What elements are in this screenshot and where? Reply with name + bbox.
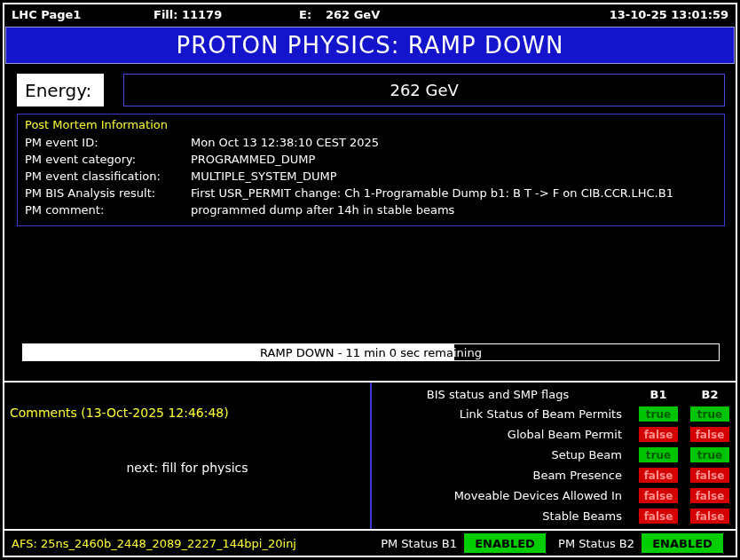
top-status-bar: LHC Page1 Fill: 11179 E: 262 GeV 13-10-2… bbox=[4, 4, 736, 27]
afs-scheme: AFS: 25ns_2460b_2448_2089_2227_144bpi_20… bbox=[12, 537, 296, 550]
mode-banner: PROTON PHYSICS: RAMP DOWN bbox=[5, 27, 735, 64]
bis-badge: false bbox=[639, 427, 678, 442]
bottom-section: Comments (13-Oct-2025 12:46:48) next: fi… bbox=[4, 381, 736, 529]
app-title: LHC Page1 bbox=[12, 8, 81, 21]
bis-badge: false bbox=[639, 509, 678, 524]
bis-row-label: Setup Beam bbox=[372, 448, 633, 461]
energy-value: 262 GeV bbox=[123, 74, 725, 106]
pm-row-value: programmed dump after 14h in stable beam… bbox=[191, 201, 717, 218]
bis-badge: false bbox=[690, 488, 729, 503]
pm-status-b2-value: ENABLED bbox=[642, 533, 723, 553]
bis-smp-panel: BIS status and SMP flags B1 B2 Link Stat… bbox=[372, 383, 736, 529]
progress-label: RAMP DOWN - 11 min 0 sec remaining bbox=[23, 344, 719, 360]
bis-row: Stable Beams false false bbox=[372, 506, 736, 526]
pm-row-value: First USR_PERMIT change: Ch 1-Programabl… bbox=[191, 185, 717, 201]
pm-row-label: PM comment: bbox=[25, 201, 191, 218]
bis-row-label: Stable Beams bbox=[372, 509, 633, 523]
main-area: Energy: 262 GeV Post Mortem Information … bbox=[4, 64, 736, 381]
pm-status-b1-label: PM Status B1 bbox=[381, 537, 457, 550]
comments-panel: Comments (13-Oct-2025 12:46:48) next: fi… bbox=[4, 383, 372, 529]
bis-row-label: Moveable Devices Allowed In bbox=[372, 489, 633, 502]
post-mortem-title: Post Mortem Information bbox=[25, 118, 717, 131]
bis-badge: false bbox=[690, 468, 729, 483]
pm-row: PM comment: programmed dump after 14h in… bbox=[25, 201, 717, 218]
bis-row: Link Status of Beam Permits true true bbox=[372, 404, 736, 424]
bis-badge: false bbox=[639, 488, 678, 503]
spacer bbox=[4, 226, 736, 343]
energy-prefix: E: bbox=[299, 8, 311, 21]
bis-badge: false bbox=[690, 509, 729, 524]
pm-status-b2-label: PM Status B2 bbox=[558, 537, 634, 550]
bis-title: BIS status and SMP flags bbox=[372, 388, 633, 401]
bis-badge: true bbox=[690, 447, 729, 462]
pm-row: PM event category: PROGRAMMED_DUMP bbox=[25, 151, 717, 168]
post-mortem-panel: Post Mortem Information PM event ID: Mon… bbox=[17, 114, 725, 226]
comments-title: Comments (13-Oct-2025 12:46:48) bbox=[10, 406, 229, 420]
mode-banner-title: PROTON PHYSICS: RAMP DOWN bbox=[176, 32, 563, 59]
bis-header-row: BIS status and SMP flags B1 B2 bbox=[372, 384, 736, 404]
bis-badge: true bbox=[639, 406, 678, 422]
fill-number: Fill: 11179 bbox=[154, 8, 222, 21]
comments-text: next: fill for physics bbox=[4, 461, 370, 475]
energy-row: Energy: 262 GeV bbox=[17, 74, 725, 106]
bis-col-b1: B1 bbox=[633, 388, 684, 401]
pm-row-value: PROGRAMMED_DUMP bbox=[191, 151, 717, 168]
bis-row: Moveable Devices Allowed In false false bbox=[372, 485, 736, 506]
pm-row-value: MULTIPLE_SYSTEM_DUMP bbox=[191, 168, 717, 185]
energy-gap bbox=[104, 74, 123, 106]
energy-label: Energy: bbox=[17, 74, 104, 106]
pm-row-value: Mon Oct 13 12:38:10 CEST 2025 bbox=[191, 134, 717, 151]
bis-badge: false bbox=[639, 468, 678, 483]
footer-bar: AFS: 25ns_2460b_2448_2089_2227_144bpi_20… bbox=[4, 529, 736, 556]
energy-readout: 262 GeV bbox=[326, 8, 380, 21]
lhc-page1-frame: LHC Page1 Fill: 11179 E: 262 GeV 13-10-2… bbox=[3, 3, 737, 557]
bis-row-label: Beam Presence bbox=[372, 469, 633, 482]
bis-badge: false bbox=[690, 427, 729, 442]
bis-row: Global Beam Permit false false bbox=[372, 424, 736, 445]
bis-badge: true bbox=[690, 406, 729, 422]
pm-row-label: PM BIS Analysis result: bbox=[25, 185, 191, 201]
bis-row-label: Link Status of Beam Permits bbox=[372, 407, 633, 421]
bis-row: Beam Presence false false bbox=[372, 465, 736, 485]
bis-row: Setup Beam true true bbox=[372, 445, 736, 465]
pm-row-label: PM event category: bbox=[25, 151, 191, 168]
bis-row-label: Global Beam Permit bbox=[372, 428, 633, 441]
pm-status-b1-value: ENABLED bbox=[464, 533, 546, 553]
pm-row: PM event ID: Mon Oct 13 12:38:10 CEST 20… bbox=[25, 134, 717, 151]
pm-row-label: PM event ID: bbox=[25, 134, 191, 151]
ramp-down-progress-bar: RAMP DOWN - 11 min 0 sec remaining bbox=[22, 343, 720, 361]
bis-badge: true bbox=[639, 447, 678, 462]
pm-row: PM BIS Analysis result: First USR_PERMIT… bbox=[25, 185, 717, 201]
bis-col-b2: B2 bbox=[684, 388, 736, 401]
pm-row-label: PM event classification: bbox=[25, 168, 191, 185]
datetime: 13-10-25 13:01:59 bbox=[610, 8, 728, 21]
pm-row: PM event classification: MULTIPLE_SYSTEM… bbox=[25, 168, 717, 185]
